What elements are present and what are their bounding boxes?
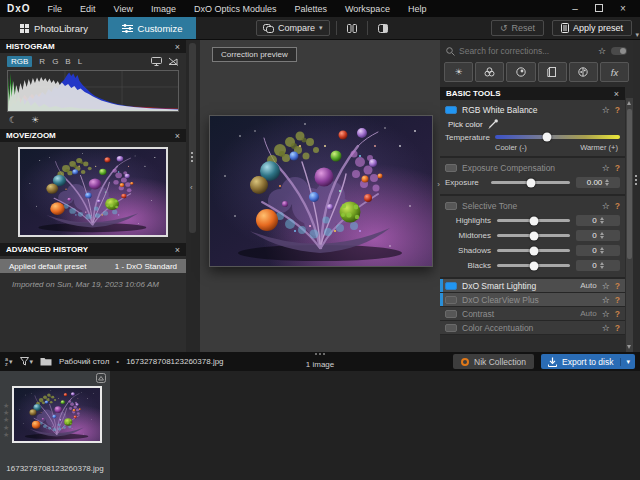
exposure-help-icon[interactable]: ? [615,163,620,173]
selective-tone-checkbox[interactable] [445,202,457,210]
category-local-adjustments-button[interactable] [569,62,598,82]
smart-lighting-row[interactable]: DxO Smart Lighting Auto ☆ ? [440,279,625,293]
channel-g[interactable]: G [52,57,58,66]
nik-collection-button[interactable]: Nik Collection [453,354,534,369]
category-color-button[interactable] [475,62,504,82]
rating-star[interactable]: ★ [3,416,9,423]
minimize-button[interactable]: – [566,1,584,16]
split-preview-button[interactable] [374,20,392,36]
blacks-slider[interactable] [497,264,570,267]
rating-star[interactable]: ★ [3,409,9,416]
maximize-button[interactable] [590,1,608,16]
left-splitter[interactable]: ‹ [186,40,200,352]
highlights-stepper[interactable] [600,217,604,224]
rating-star[interactable]: ★ [3,424,9,431]
blacks-knob[interactable] [529,261,538,270]
color-accentuation-row[interactable]: Color Accentuation ☆ ? [440,321,625,335]
category-fx-button[interactable]: fx [600,62,629,82]
smart-lighting-favorite-icon[interactable]: ☆ [602,281,610,291]
shadows-slider[interactable] [497,249,570,252]
exposure-checkbox[interactable] [445,164,457,172]
highlights-knob[interactable] [529,216,538,225]
midtones-stepper[interactable] [600,232,604,239]
channel-l[interactable]: L [78,57,82,66]
apply-preset-button[interactable]: Apply preset [552,20,632,36]
current-folder-label[interactable]: Рабочий стол [59,357,109,366]
clearview-help-icon[interactable]: ? [615,295,620,305]
category-detail-button[interactable] [506,62,535,82]
selective-tone-favorite-icon[interactable]: ☆ [602,201,610,211]
exposure-favorite-icon[interactable]: ☆ [602,163,610,173]
compare-dropdown-icon[interactable]: ▾ [319,24,323,32]
channel-b[interactable]: B [65,57,70,66]
movezoom-close-icon[interactable]: × [175,131,180,141]
contrast-checkbox[interactable] [445,310,457,318]
export-dropdown-icon[interactable]: ▾ [620,358,635,366]
tab-customize[interactable]: Customize [108,17,196,39]
midtones-knob[interactable] [529,231,538,240]
temperature-slider[interactable] [495,135,620,139]
contrast-mode[interactable]: Auto [580,309,596,318]
main-photo[interactable] [209,115,433,267]
menu-edit[interactable]: Edit [71,4,105,14]
clearview-row[interactable]: DxO ClearView Plus ☆ ? [440,293,625,307]
collapse-left-panel-icon[interactable]: ‹ [190,183,193,192]
shadows-value-box[interactable]: 0 [576,245,620,256]
channel-r[interactable]: R [39,57,45,66]
selective-tone-help-icon[interactable]: ? [615,201,620,211]
highlight-clipping-icon[interactable]: ☀ [31,115,39,125]
shadows-knob[interactable] [529,246,538,255]
menu-image[interactable]: Image [142,4,185,14]
search-input[interactable]: Search for corrections... [446,46,593,56]
white-balance-checkbox[interactable] [445,106,457,114]
scroll-down-icon[interactable] [627,345,631,349]
active-corrections-toggle[interactable] [611,47,627,55]
rating-star[interactable]: ★ [3,431,9,438]
color-accentuation-checkbox[interactable] [445,324,457,332]
toolbar-overflow-chevron[interactable]: ▾ [635,31,639,39]
export-to-disk-button[interactable]: Export to disk ▾ [541,354,635,369]
blacks-stepper[interactable] [600,262,604,269]
scrollbar-thumb[interactable] [627,109,632,259]
menu-help[interactable]: Help [399,4,436,14]
movezoom-thumbnail[interactable] [18,147,168,237]
smart-lighting-mode[interactable]: Auto [580,281,596,290]
favorites-filter-icon[interactable]: ☆ [598,46,606,56]
highlights-slider[interactable] [497,219,570,222]
filter-button[interactable]: ▾ [20,357,34,366]
shadow-clipping-icon[interactable]: ☾ [9,115,17,125]
smart-lighting-checkbox[interactable] [445,282,457,290]
compare-button[interactable]: Compare ▾ [256,20,330,36]
contrast-help-icon[interactable]: ? [615,309,620,319]
category-geometry-button[interactable] [538,62,567,82]
menu-optics-modules[interactable]: DxO Optics Modules [185,4,286,14]
category-light-button[interactable]: ☀ [444,62,473,82]
temperature-slider-knob[interactable] [543,133,552,142]
basic-tools-close-icon[interactable]: × [614,89,619,99]
menu-palettes[interactable]: Palettes [286,4,337,14]
left-scrollbar[interactable] [189,43,196,233]
scroll-up-icon[interactable] [627,101,631,105]
exposure-slider[interactable] [491,181,570,184]
filmstrip-cell-selected[interactable]: ★ ★ ★ ★ ★ 1673278708123260378.jpg [0,371,110,480]
history-close-icon[interactable]: × [175,245,180,255]
color-accentuation-help-icon[interactable]: ? [615,323,620,333]
menu-file[interactable]: File [39,4,72,14]
sort-button[interactable]: az ▾ [5,357,13,366]
exposure-value-box[interactable]: 0.00 [576,177,620,188]
color-accentuation-favorite-icon[interactable]: ☆ [602,323,610,333]
menu-workspace[interactable]: Workspace [336,4,399,14]
right-splitter-grip-icon[interactable] [635,175,637,185]
white-balance-help-icon[interactable]: ? [615,105,620,115]
reset-button[interactable]: ↺ Reset [491,20,544,36]
right-panel-scrollbar[interactable] [626,98,633,352]
close-button[interactable]: × [614,1,632,16]
blacks-value-box[interactable]: 0 [576,260,620,271]
eyedropper-icon[interactable] [488,119,499,129]
tab-photolibrary[interactable]: PhotoLibrary [0,17,108,39]
monitor-icon[interactable] [151,57,162,66]
exposure-slider-knob[interactable] [526,178,535,187]
filmstrip-grip-icon[interactable] [315,353,325,355]
exposure-stepper[interactable] [605,179,609,186]
contrast-row[interactable]: Contrast Auto ☆ ? [440,307,625,321]
